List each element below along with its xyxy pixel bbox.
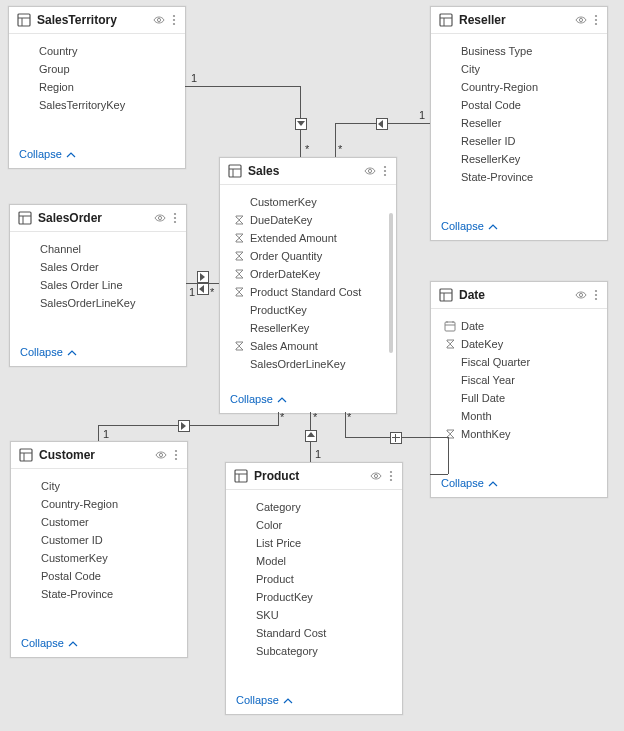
table-card-salesterritory[interactable]: SalesTerritory CountryGroupRegionSalesTe… (8, 6, 186, 169)
field-row[interactable]: Postal Code (445, 96, 597, 114)
relationship-arrow-icon (305, 430, 317, 442)
field-row[interactable]: Country (23, 42, 175, 60)
more-options-icon[interactable] (593, 289, 599, 301)
field-row[interactable]: Extended Amount (234, 229, 386, 247)
collapse-link[interactable]: Collapse (226, 688, 402, 714)
visibility-icon[interactable] (364, 165, 376, 177)
field-row[interactable]: CustomerKey (25, 549, 177, 567)
field-row[interactable]: DateKey (445, 335, 597, 353)
field-row[interactable]: SalesOrderLineKey (234, 355, 386, 373)
collapse-link[interactable]: Collapse (220, 387, 396, 413)
field-row[interactable]: State-Province (25, 585, 177, 603)
field-row[interactable]: City (25, 477, 177, 495)
more-options-icon[interactable] (382, 165, 388, 177)
field-row[interactable]: ResellerKey (234, 319, 386, 337)
field-row[interactable]: SalesTerritoryKey (23, 96, 175, 114)
more-options-icon[interactable] (172, 212, 178, 224)
field-row[interactable]: Reseller ID (445, 132, 597, 150)
field-row[interactable]: Customer ID (25, 531, 177, 549)
table-header[interactable]: SalesOrder (10, 205, 186, 232)
relationship-line[interactable] (185, 86, 300, 87)
field-row[interactable]: Product (240, 570, 392, 588)
field-row[interactable]: Postal Code (25, 567, 177, 585)
field-row[interactable]: CustomerKey (234, 193, 386, 211)
chevron-up-icon (488, 220, 498, 232)
table-header[interactable]: SalesTerritory (9, 7, 185, 34)
table-header[interactable]: Customer (11, 442, 187, 469)
field-row[interactable]: SKU (240, 606, 392, 624)
field-row[interactable]: Business Type (445, 42, 597, 60)
field-row[interactable]: State-Province (445, 168, 597, 186)
field-row[interactable]: ProductKey (240, 588, 392, 606)
field-row[interactable]: ProductKey (234, 301, 386, 319)
field-row[interactable]: City (445, 60, 597, 78)
table-card-reseller[interactable]: Reseller Business TypeCityCountry-Region… (430, 6, 608, 241)
field-row[interactable]: Category (240, 498, 392, 516)
field-row[interactable]: Date (445, 317, 597, 335)
visibility-icon[interactable] (153, 14, 165, 26)
field-row[interactable]: Country-Region (445, 78, 597, 96)
field-row[interactable]: Country-Region (25, 495, 177, 513)
field-row[interactable]: List Price (240, 534, 392, 552)
field-row[interactable]: Group (23, 60, 175, 78)
field-row[interactable]: Product Standard Cost (234, 283, 386, 301)
table-header[interactable]: Sales (220, 158, 396, 185)
table-card-date[interactable]: Date DateDateKeyFiscal QuarterFiscal Yea… (430, 281, 608, 498)
field-row[interactable]: Order Quantity (234, 247, 386, 265)
collapse-link[interactable]: Collapse (11, 631, 187, 657)
field-row[interactable]: OrderDateKey (234, 265, 386, 283)
table-header[interactable]: Reseller (431, 7, 607, 34)
collapse-link[interactable]: Collapse (10, 340, 186, 366)
field-label: Business Type (461, 45, 532, 57)
more-options-icon[interactable] (173, 449, 179, 461)
more-options-icon[interactable] (171, 14, 177, 26)
field-row[interactable]: Subcategory (240, 642, 392, 660)
field-row[interactable]: ResellerKey (445, 150, 597, 168)
field-row[interactable]: Fiscal Year (445, 371, 597, 389)
field-row[interactable]: SalesOrderLineKey (24, 294, 176, 312)
field-row[interactable]: MonthKey (445, 425, 597, 443)
visibility-icon[interactable] (370, 470, 382, 482)
relationship-arrow-icon (178, 420, 190, 432)
field-row[interactable]: Region (23, 78, 175, 96)
relationship-line[interactable] (448, 437, 449, 474)
field-row[interactable]: Fiscal Quarter (445, 353, 597, 371)
field-row[interactable]: Model (240, 552, 392, 570)
more-options-icon[interactable] (388, 470, 394, 482)
field-row[interactable]: Sales Amount (234, 337, 386, 355)
field-row[interactable]: Color (240, 516, 392, 534)
table-fields: CityCountry-RegionCustomerCustomer IDCus… (11, 469, 187, 631)
relationship-line[interactable] (278, 412, 279, 426)
relationship-line[interactable] (345, 412, 346, 437)
field-label: Model (256, 555, 286, 567)
table-card-sales[interactable]: Sales CustomerKeyDueDateKeyExtended Amou… (219, 157, 397, 414)
table-header[interactable]: Product (226, 463, 402, 490)
relationship-line[interactable] (98, 425, 99, 441)
table-card-customer[interactable]: Customer CityCountry-RegionCustomerCusto… (10, 441, 188, 658)
table-header[interactable]: Date (431, 282, 607, 309)
field-row[interactable]: Sales Order Line (24, 276, 176, 294)
table-card-product[interactable]: Product CategoryColorList PriceModelProd… (225, 462, 403, 715)
field-row[interactable]: Sales Order (24, 258, 176, 276)
field-row[interactable]: Full Date (445, 389, 597, 407)
collapse-link[interactable]: Collapse (431, 471, 607, 497)
table-card-salesorder[interactable]: SalesOrder ChannelSales OrderSales Order… (9, 204, 187, 367)
scrollbar[interactable] (389, 213, 393, 353)
field-row[interactable]: Standard Cost (240, 624, 392, 642)
field-row[interactable]: Month (445, 407, 597, 425)
collapse-link[interactable]: Collapse (9, 142, 185, 168)
visibility-icon[interactable] (155, 449, 167, 461)
visibility-icon[interactable] (575, 289, 587, 301)
field-row[interactable]: Channel (24, 240, 176, 258)
table-icon (18, 211, 32, 225)
model-canvas[interactable]: SalesTerritory CountryGroupRegionSalesTe… (0, 0, 624, 731)
collapse-link[interactable]: Collapse (431, 214, 607, 240)
more-options-icon[interactable] (593, 14, 599, 26)
visibility-icon[interactable] (154, 212, 166, 224)
relationship-line[interactable] (430, 474, 448, 475)
field-row[interactable]: Reseller (445, 114, 597, 132)
field-row[interactable]: Customer (25, 513, 177, 531)
relationship-line[interactable] (335, 123, 336, 157)
field-row[interactable]: DueDateKey (234, 211, 386, 229)
visibility-icon[interactable] (575, 14, 587, 26)
